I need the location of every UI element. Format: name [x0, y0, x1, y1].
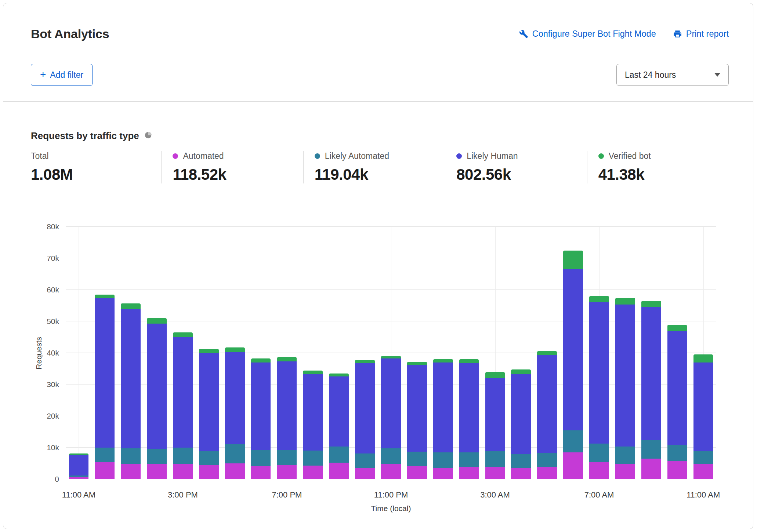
bar-segment-likely-human: [693, 362, 713, 451]
x-axis-labels: 11:00 AM3:00 PM7:00 PM11:00 PM3:00 AM7:0…: [66, 489, 716, 502]
bar-12[interactable]: [378, 227, 404, 479]
bar-segment-likely-automated: [407, 452, 427, 466]
bar-6[interactable]: [222, 227, 248, 479]
bar-19[interactable]: [560, 227, 586, 479]
stat-verified-bot-label: Verified bot: [609, 151, 651, 161]
bar-segment-automated: [173, 464, 193, 479]
bar-7[interactable]: [248, 227, 274, 479]
configure-super-bot-fight-mode-link[interactable]: Configure Super Bot Fight Mode: [519, 29, 656, 39]
bar-9[interactable]: [300, 227, 326, 479]
bar-segment-verified-bot: [355, 360, 375, 363]
requests-chart: Requests 010k20k30k40k50k60k70k80k 11:00…: [3, 227, 753, 513]
bar-segment-automated: [303, 466, 323, 479]
x-tick-label: 7:00 PM: [272, 490, 302, 500]
bar-segment-likely-automated: [329, 447, 349, 463]
bar-segment-verified-bot: [485, 372, 505, 378]
bar-0[interactable]: [66, 227, 92, 479]
bar-segment-verified-bot: [459, 359, 479, 363]
bar-segment-verified-bot: [277, 357, 297, 361]
bar-18[interactable]: [534, 227, 560, 479]
bar-segment-likely-human: [225, 352, 245, 444]
y-tick-label: 20k: [47, 412, 59, 420]
bar-14[interactable]: [430, 227, 456, 479]
y-tick-label: 10k: [47, 443, 59, 452]
bar-17[interactable]: [508, 227, 534, 479]
bar-23[interactable]: [664, 227, 690, 479]
bar-segment-verified-bot: [407, 362, 427, 365]
bar-segment-likely-automated: [693, 451, 713, 464]
add-filter-button[interactable]: + Add filter: [31, 64, 93, 86]
bar-13[interactable]: [404, 227, 430, 479]
y-tick-label: 0: [55, 475, 59, 484]
likely-human-legend-dot: [456, 153, 462, 159]
bar-3[interactable]: [144, 227, 170, 479]
bar-segment-automated: [615, 464, 635, 479]
stat-total-label: Total: [31, 151, 49, 161]
bar-segment-likely-automated: [459, 452, 479, 467]
printer-icon: [673, 29, 682, 39]
bar-segment-verified-bot: [95, 295, 115, 298]
add-filter-label: Add filter: [50, 70, 83, 80]
bar-segment-verified-bot: [537, 351, 557, 355]
bar-segment-automated: [485, 467, 505, 479]
bars: [66, 227, 716, 479]
bar-segment-likely-human: [537, 355, 557, 453]
bar-segment-likely-human: [563, 269, 583, 430]
bar-segment-verified-bot: [329, 374, 349, 376]
bar-1[interactable]: [92, 227, 118, 479]
x-tick-label: 11:00 PM: [374, 490, 408, 500]
print-report-link[interactable]: Print report: [673, 29, 729, 39]
stat-automated-label: Automated: [183, 151, 224, 161]
bar-segment-verified-bot: [199, 349, 219, 353]
bar-segment-likely-automated: [381, 448, 401, 464]
bar-20[interactable]: [586, 227, 612, 479]
bar-16[interactable]: [482, 227, 508, 479]
bar-segment-likely-automated: [537, 453, 557, 467]
bar-segment-likely-human: [303, 374, 323, 451]
bar-segment-likely-automated: [667, 445, 687, 461]
bar-segment-likely-automated: [173, 448, 193, 464]
bar-segment-likely-automated: [147, 449, 167, 464]
plus-icon: +: [40, 69, 46, 80]
bar-segment-automated: [589, 462, 609, 479]
bar-21[interactable]: [612, 227, 638, 479]
bar-segment-automated: [329, 463, 349, 479]
bar-24[interactable]: [690, 227, 716, 479]
bar-segment-likely-automated: [433, 452, 453, 468]
bar-segment-automated: [381, 464, 401, 479]
bar-15[interactable]: [456, 227, 482, 479]
bar-11[interactable]: [352, 227, 378, 479]
bar-2[interactable]: [118, 227, 144, 479]
chevron-down-icon: [714, 73, 720, 77]
stat-likely-automated-value: 119.04k: [315, 166, 445, 183]
bar-10[interactable]: [326, 227, 352, 479]
bar-segment-automated: [511, 468, 531, 479]
bar-4[interactable]: [170, 227, 196, 479]
x-axis-title: Time (local): [66, 504, 716, 513]
bar-segment-likely-automated: [95, 448, 115, 462]
bar-segment-automated: [251, 466, 271, 479]
bar-segment-automated: [667, 461, 687, 479]
bar-segment-automated: [199, 465, 219, 479]
bar-segment-verified-bot: [693, 354, 713, 362]
bar-segment-likely-human: [407, 365, 427, 452]
bar-5[interactable]: [196, 227, 222, 479]
y-axis-labels: 010k20k30k40k50k60k70k80k: [3, 227, 59, 479]
bar-segment-likely-human: [355, 363, 375, 454]
time-range-select[interactable]: Last 24 hours: [616, 64, 729, 86]
bar-segment-automated: [121, 464, 141, 479]
stat-likely-human-value: 802.56k: [456, 166, 587, 183]
bar-segment-likely-automated: [277, 450, 297, 465]
chart-plot: [66, 227, 716, 479]
stat-verified-bot-value: 41.38k: [598, 166, 729, 183]
section-title: Requests by traffic type: [31, 130, 139, 142]
bar-segment-verified-bot: [667, 325, 687, 331]
bar-segment-likely-human: [95, 298, 115, 448]
bar-8[interactable]: [274, 227, 300, 479]
bar-segment-likely-automated: [563, 430, 583, 452]
automated-legend-dot: [173, 153, 178, 159]
stat-likely-human: Likely Human 802.56k: [445, 151, 587, 183]
bar-22[interactable]: [638, 227, 664, 479]
header: Bot Analytics Configure Super Bot Fight …: [3, 3, 753, 102]
bar-segment-likely-automated: [615, 447, 635, 464]
